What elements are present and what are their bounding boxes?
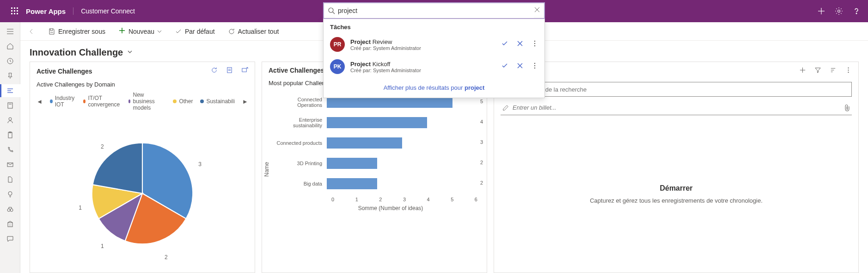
svg-rect-4 bbox=[14, 10, 15, 12]
result-title: Project Review bbox=[350, 38, 501, 45]
bar-category-label: Connected products bbox=[271, 140, 327, 146]
default-button[interactable]: Par défaut bbox=[173, 26, 217, 37]
nav-hamburger[interactable] bbox=[0, 25, 20, 38]
svg-rect-5 bbox=[17, 10, 18, 12]
timeline-note[interactable] bbox=[501, 100, 852, 115]
svg-point-58 bbox=[848, 69, 849, 70]
bar-category-label: Connected Operations bbox=[271, 97, 327, 108]
svg-point-15 bbox=[534, 41, 535, 42]
nav-dashboard[interactable] bbox=[0, 84, 20, 97]
timeline-empty-sub: Capturez et gérez tous les enregistremen… bbox=[590, 197, 763, 204]
refresh-all-button[interactable]: Actualiser tout bbox=[226, 26, 281, 37]
pie-data-label: 1 bbox=[101, 243, 104, 249]
bar-row: 3D Printing 2 bbox=[271, 153, 477, 174]
sort-icon[interactable] bbox=[830, 67, 837, 75]
help-icon[interactable] bbox=[852, 7, 861, 15]
search-box[interactable] bbox=[323, 2, 545, 19]
new-button[interactable]: Nouveau bbox=[116, 25, 164, 37]
nav-pinned[interactable] bbox=[0, 69, 20, 82]
app-launcher-icon[interactable] bbox=[7, 4, 22, 19]
nav-mail[interactable] bbox=[0, 158, 20, 171]
legend-next[interactable]: ► bbox=[242, 98, 248, 105]
svg-point-59 bbox=[848, 72, 849, 73]
timeline-search-input[interactable] bbox=[511, 86, 848, 93]
page-title: Innovation Challenge bbox=[30, 47, 123, 58]
bar-row: Big data 2 bbox=[271, 174, 477, 194]
panel-active-challenges-pie: Active Challenges Active Challenges by D… bbox=[30, 62, 255, 273]
timeline-search[interactable] bbox=[501, 82, 852, 97]
legend-prev[interactable]: ◄ bbox=[37, 98, 43, 105]
nav-building[interactable] bbox=[0, 217, 20, 230]
svg-line-10 bbox=[333, 12, 335, 14]
close-icon[interactable] bbox=[517, 40, 523, 49]
nav-contacts[interactable] bbox=[0, 114, 20, 127]
chevron-down-icon bbox=[157, 29, 162, 34]
more-icon[interactable] bbox=[532, 40, 538, 49]
bar-chart[interactable]: Name Connected Operations 5 Enterprise s… bbox=[262, 87, 487, 273]
svg-rect-1 bbox=[14, 7, 15, 9]
search-result-row[interactable]: PK Project Kickoff Créé par: System Admi… bbox=[324, 56, 544, 78]
bar-category-label: 3D Printing bbox=[271, 161, 327, 166]
svg-point-17 bbox=[534, 45, 535, 46]
timeline-empty-title: Démarrer bbox=[660, 184, 692, 192]
svg-point-43 bbox=[7, 209, 10, 211]
panel-title: Active Challenges bbox=[37, 68, 92, 75]
search-show-more[interactable]: Afficher plus de résultats pour project bbox=[324, 78, 544, 98]
svg-point-16 bbox=[534, 43, 535, 44]
nav-rail bbox=[0, 22, 20, 273]
save-as-button[interactable]: Enregistrer sous bbox=[46, 26, 107, 37]
pie-data-label: 3 bbox=[198, 161, 202, 168]
page-title-dropdown[interactable] bbox=[127, 49, 133, 57]
search-icon bbox=[328, 7, 335, 14]
more-icon[interactable] bbox=[845, 67, 852, 75]
clear-search-icon[interactable] bbox=[534, 6, 540, 15]
app-header: Power Apps Customer Connect Tâches PR Pr… bbox=[0, 0, 868, 22]
bar-category-label: Big data bbox=[271, 181, 327, 186]
expand-icon[interactable] bbox=[241, 67, 248, 75]
svg-point-22 bbox=[534, 68, 535, 68]
svg-rect-48 bbox=[227, 68, 232, 73]
refresh-icon[interactable] bbox=[211, 67, 218, 75]
edit-icon bbox=[502, 105, 509, 111]
check-icon[interactable] bbox=[501, 62, 508, 71]
nav-file[interactable] bbox=[0, 173, 20, 186]
svg-rect-6 bbox=[11, 13, 12, 14]
search-result-row[interactable]: PR Project Review Créé par: System Admin… bbox=[324, 33, 544, 56]
axis-tick: 4 bbox=[427, 197, 430, 202]
nav-item[interactable] bbox=[0, 99, 20, 112]
result-title: Project Kickoff bbox=[350, 61, 501, 68]
add-icon[interactable] bbox=[817, 7, 825, 15]
svg-point-20 bbox=[534, 63, 535, 64]
svg-point-36 bbox=[9, 118, 12, 120]
check-icon[interactable] bbox=[501, 40, 508, 49]
svg-rect-34 bbox=[8, 103, 12, 108]
more-icon[interactable] bbox=[532, 62, 538, 71]
nav-chat[interactable] bbox=[0, 232, 20, 245]
nav-phone[interactable] bbox=[0, 143, 20, 156]
nav-idea[interactable] bbox=[0, 188, 20, 201]
back-button[interactable] bbox=[26, 26, 37, 37]
nav-recent[interactable] bbox=[0, 55, 20, 68]
svg-point-21 bbox=[534, 65, 535, 66]
chart-subtitle: Active Challenges by Domain bbox=[30, 78, 255, 89]
result-subtitle: Créé par: System Administrator bbox=[350, 45, 501, 51]
global-search: Tâches PR Project Review Créé par: Syste… bbox=[323, 2, 545, 98]
nav-home[interactable] bbox=[0, 40, 20, 53]
close-icon[interactable] bbox=[517, 62, 523, 71]
pie-chart[interactable]: 32112 bbox=[30, 114, 255, 273]
settings-icon[interactable] bbox=[835, 7, 843, 15]
timeline-note-input[interactable] bbox=[513, 104, 841, 111]
records-icon[interactable] bbox=[226, 67, 233, 75]
y-axis-label: Name bbox=[263, 162, 270, 177]
nav-binoculars[interactable] bbox=[0, 203, 20, 216]
bar-value-label: 5 bbox=[480, 99, 483, 104]
nav-clipboard[interactable] bbox=[0, 129, 20, 142]
search-input[interactable] bbox=[335, 3, 534, 18]
bar-row: Connected products 3 bbox=[271, 133, 477, 153]
filter-icon[interactable] bbox=[814, 67, 821, 75]
svg-rect-0 bbox=[11, 7, 12, 9]
attach-icon[interactable] bbox=[844, 104, 850, 112]
add-record-icon[interactable] bbox=[799, 67, 806, 75]
svg-rect-51 bbox=[242, 68, 246, 72]
axis-tick: 0 bbox=[331, 197, 334, 202]
